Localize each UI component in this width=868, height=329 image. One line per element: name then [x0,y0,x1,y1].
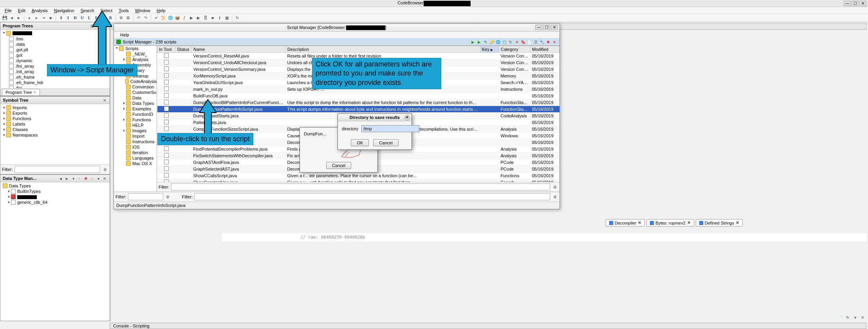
sm-category-item[interactable]: Conversion [114,84,157,90]
script-row[interactable]: ShowConstantUse.javaGiven a v... ugh fun… [157,179,559,182]
filter-icon[interactable]: ▾ [70,176,76,181]
sm-col-header[interactable]: Modified [531,46,559,53]
script-row[interactable]: ShowCCallsScript.javaGiven a r... ieir p… [157,173,559,179]
home-icon[interactable]: ⌂ [89,176,95,181]
sm-category-item[interactable]: iOS [114,144,157,150]
sm-col-header[interactable]: Category [499,46,531,53]
sm-add-icon[interactable]: ✚ [545,39,551,45]
star-icon[interactable]: ✱ [83,176,88,181]
dumpfun-cancel-button[interactable]: Cancel [326,162,351,169]
program-tree-item[interactable]: .eh_frame_hdr [1,80,109,85]
maximize-button[interactable]: ☐ [852,1,859,6]
filter-settings-icon[interactable]: ⚙ [165,194,171,200]
L-icon[interactable]: L [86,15,92,21]
in-tool-checkbox[interactable] [164,146,169,151]
sm-tree-root[interactable]: Scripts [114,46,157,51]
sm-maximize-button[interactable]: ☐ [543,25,550,30]
menu-window[interactable]: Window [132,7,153,14]
symbol-filter-input[interactable] [14,166,101,173]
script-row[interactable]: DumpFunctionBitPatternInfoForCurrentFunc… [157,99,559,106]
menu-analysis[interactable]: Analysis [29,7,51,14]
check-icon[interactable]: ✔ [153,15,159,21]
close-icon[interactable]: ✕ [102,176,107,181]
data-type-item[interactable]: BuiltInTypes [1,189,109,194]
save-icon[interactable]: 💾 [2,15,8,21]
cancel-button[interactable]: Cancel [373,139,398,146]
stop-icon[interactable]: ■ [47,15,54,21]
close-icon[interactable]: ✕ [736,220,739,225]
symbol-tree-item[interactable]: Classes [1,127,109,132]
down-icon[interactable]: ⬇ [58,15,64,21]
in-tool-checkbox[interactable] [164,100,169,104]
grid-icon[interactable]: ▦ [224,15,230,21]
program-tree-tab[interactable]: Program Tree✕ [2,89,40,95]
nav-back-icon[interactable]: ◄ [58,176,63,181]
script-icon[interactable]: 📜 [160,15,166,21]
in-tool-checkbox[interactable] [164,67,169,71]
sm-category-item[interactable]: Functions [114,117,157,122]
bottom-tab[interactable]: Defined Strings ✕ [696,219,743,227]
menu-edit[interactable]: Edit [15,7,29,14]
menu-help[interactable]: Help [153,7,169,14]
sm-category-item[interactable]: CodeAnalysis [114,79,157,84]
sm-category-item[interactable]: Data [114,95,157,101]
sm-col-header[interactable]: Key ▶ [480,46,499,53]
in-tool-checkbox[interactable] [164,126,169,131]
sm-category-item[interactable]: Languages [114,155,157,161]
symbol-tree-item[interactable]: Functions [1,116,109,121]
sm-col-header[interactable]: In Tool [157,46,175,53]
sm-category-item[interactable]: Instructions [114,139,157,144]
sm-category-item[interactable]: Mac OS X [114,161,157,166]
in-tool-checkbox[interactable] [164,113,169,118]
in-tool-checkbox[interactable] [164,53,169,58]
symbol-tree-item[interactable]: Namespaces [1,132,109,138]
close-icon[interactable]: ✕ [638,220,641,225]
data-type-item[interactable]: Data Types [1,183,109,189]
symbol-tree-item[interactable]: Imports [1,105,109,110]
sm-list-icon[interactable]: ☰ [533,39,538,45]
sm-col-header[interactable]: Status [175,46,192,53]
nav-fwd-icon[interactable]: ► [64,176,70,181]
menu-navigation[interactable]: Navigation [51,7,78,14]
sm-table-filter-input[interactable] [194,193,550,200]
sm-bookmark-icon[interactable]: 🔖 [520,39,526,45]
in-tool-checkbox[interactable] [164,106,169,111]
ok-button[interactable]: OK [351,139,369,146]
in-tool-checkbox[interactable] [164,80,169,84]
sm-category-item[interactable]: Data Types [114,101,157,106]
bottom-tab[interactable]: Bytes: ropmev2 ✕ [646,219,694,227]
dir-dialog-close-icon[interactable]: ✕ [404,115,410,120]
in-tool-checkbox[interactable] [164,86,169,91]
pkg-icon[interactable]: 📦 [174,15,180,21]
sm-step-icon[interactable]: ▶ [476,39,482,45]
close-icon[interactable]: ✕ [102,97,107,103]
back-icon[interactable]: ◄ [9,15,15,21]
sm-col-header[interactable]: Description [286,46,480,53]
refresh-icon[interactable]: ↻ [845,314,851,320]
sm-col-header[interactable]: Name [192,46,286,53]
sm-doc-icon[interactable]: 📄 [527,39,532,45]
play2-icon[interactable]: ▶ [188,15,195,21]
db-icon[interactable]: 🗄 [202,15,209,21]
close-button[interactable]: ✕ [859,1,866,6]
sm-category-item[interactable]: Import [114,133,157,139]
sm-edit-icon[interactable]: ✎ [483,39,488,45]
sm-category-item[interactable]: Images [114,128,157,133]
fwd-icon[interactable]: ► [16,15,22,21]
sm-refresh-icon[interactable]: ↻ [508,39,513,45]
sm-category-item[interactable]: Analysis [114,57,157,62]
in-tool-checkbox[interactable] [164,93,169,98]
in-tool-checkbox[interactable] [164,173,169,178]
menu-icon[interactable]: ▾ [96,176,101,181]
I-icon[interactable]: I [65,15,71,21]
menu-tools[interactable]: Tools [115,7,132,14]
refresh-icon[interactable]: ↻ [234,15,240,21]
filter-settings-icon[interactable]: ⚙ [552,184,558,190]
doc-icon[interactable]: ▫ [77,176,82,181]
script-row[interactable]: DumpFunctionPatternInfoScript.javaThis s… [157,106,559,113]
minimize-button[interactable]: — [844,1,851,6]
data-type-item[interactable]: generic_clib_64 [1,200,109,205]
close-icon[interactable]: ✕ [687,220,691,225]
menu-file[interactable]: File [2,7,15,14]
filter-settings-icon[interactable]: ⚙ [552,194,558,200]
